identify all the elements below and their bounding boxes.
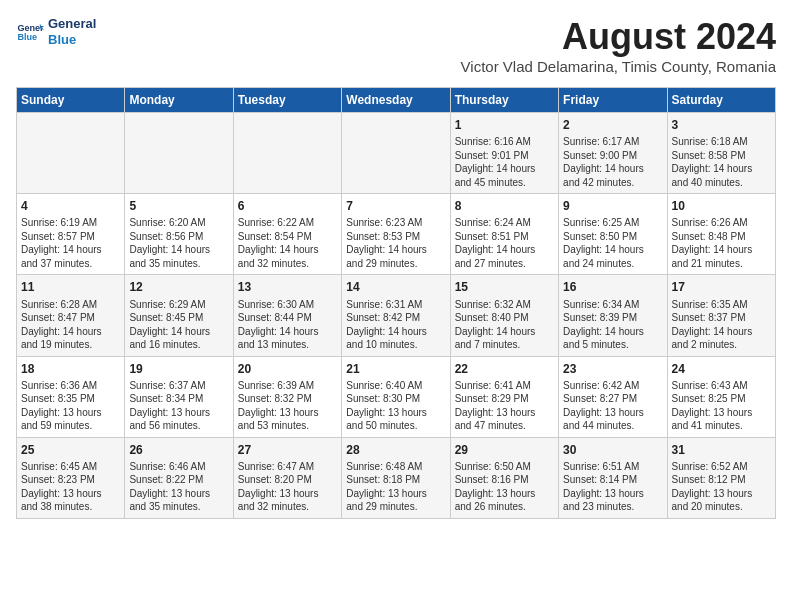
day-number: 14	[346, 279, 445, 295]
calendar-week-row: 18Sunrise: 6:36 AM Sunset: 8:35 PM Dayli…	[17, 356, 776, 437]
day-info: Sunrise: 6:40 AM Sunset: 8:30 PM Dayligh…	[346, 379, 445, 433]
weekday-header: Thursday	[450, 88, 558, 113]
day-number: 9	[563, 198, 662, 214]
day-number: 26	[129, 442, 228, 458]
day-info: Sunrise: 6:36 AM Sunset: 8:35 PM Dayligh…	[21, 379, 120, 433]
day-number: 1	[455, 117, 554, 133]
calendar-cell: 22Sunrise: 6:41 AM Sunset: 8:29 PM Dayli…	[450, 356, 558, 437]
day-number: 4	[21, 198, 120, 214]
day-number: 27	[238, 442, 337, 458]
day-number: 22	[455, 361, 554, 377]
day-number: 7	[346, 198, 445, 214]
day-number: 13	[238, 279, 337, 295]
day-number: 17	[672, 279, 771, 295]
logo-line2: Blue	[48, 32, 96, 48]
calendar-week-row: 1Sunrise: 6:16 AM Sunset: 9:01 PM Daylig…	[17, 113, 776, 194]
logo: General Blue General Blue	[16, 16, 96, 47]
day-number: 3	[672, 117, 771, 133]
calendar-cell: 6Sunrise: 6:22 AM Sunset: 8:54 PM Daylig…	[233, 194, 341, 275]
day-number: 23	[563, 361, 662, 377]
calendar-cell: 29Sunrise: 6:50 AM Sunset: 8:16 PM Dayli…	[450, 437, 558, 518]
day-number: 21	[346, 361, 445, 377]
day-number: 18	[21, 361, 120, 377]
day-info: Sunrise: 6:52 AM Sunset: 8:12 PM Dayligh…	[672, 460, 771, 514]
calendar-week-row: 4Sunrise: 6:19 AM Sunset: 8:57 PM Daylig…	[17, 194, 776, 275]
day-info: Sunrise: 6:16 AM Sunset: 9:01 PM Dayligh…	[455, 135, 554, 189]
calendar-cell: 3Sunrise: 6:18 AM Sunset: 8:58 PM Daylig…	[667, 113, 775, 194]
calendar-week-row: 11Sunrise: 6:28 AM Sunset: 8:47 PM Dayli…	[17, 275, 776, 356]
calendar-cell: 28Sunrise: 6:48 AM Sunset: 8:18 PM Dayli…	[342, 437, 450, 518]
calendar-cell: 18Sunrise: 6:36 AM Sunset: 8:35 PM Dayli…	[17, 356, 125, 437]
calendar-cell: 12Sunrise: 6:29 AM Sunset: 8:45 PM Dayli…	[125, 275, 233, 356]
calendar-cell: 27Sunrise: 6:47 AM Sunset: 8:20 PM Dayli…	[233, 437, 341, 518]
calendar-cell: 26Sunrise: 6:46 AM Sunset: 8:22 PM Dayli…	[125, 437, 233, 518]
day-info: Sunrise: 6:18 AM Sunset: 8:58 PM Dayligh…	[672, 135, 771, 189]
day-info: Sunrise: 6:28 AM Sunset: 8:47 PM Dayligh…	[21, 298, 120, 352]
day-number: 8	[455, 198, 554, 214]
day-number: 25	[21, 442, 120, 458]
page-title: August 2024	[461, 16, 776, 58]
calendar-cell: 21Sunrise: 6:40 AM Sunset: 8:30 PM Dayli…	[342, 356, 450, 437]
day-number: 31	[672, 442, 771, 458]
day-info: Sunrise: 6:20 AM Sunset: 8:56 PM Dayligh…	[129, 216, 228, 270]
day-info: Sunrise: 6:29 AM Sunset: 8:45 PM Dayligh…	[129, 298, 228, 352]
day-info: Sunrise: 6:48 AM Sunset: 8:18 PM Dayligh…	[346, 460, 445, 514]
day-number: 16	[563, 279, 662, 295]
weekday-header: Saturday	[667, 88, 775, 113]
calendar-cell: 13Sunrise: 6:30 AM Sunset: 8:44 PM Dayli…	[233, 275, 341, 356]
calendar-cell: 19Sunrise: 6:37 AM Sunset: 8:34 PM Dayli…	[125, 356, 233, 437]
day-number: 15	[455, 279, 554, 295]
calendar-cell: 20Sunrise: 6:39 AM Sunset: 8:32 PM Dayli…	[233, 356, 341, 437]
calendar-cell	[342, 113, 450, 194]
calendar-cell: 4Sunrise: 6:19 AM Sunset: 8:57 PM Daylig…	[17, 194, 125, 275]
day-info: Sunrise: 6:47 AM Sunset: 8:20 PM Dayligh…	[238, 460, 337, 514]
calendar-table: SundayMondayTuesdayWednesdayThursdayFrid…	[16, 87, 776, 519]
calendar-cell: 17Sunrise: 6:35 AM Sunset: 8:37 PM Dayli…	[667, 275, 775, 356]
calendar-week-row: 25Sunrise: 6:45 AM Sunset: 8:23 PM Dayli…	[17, 437, 776, 518]
calendar-cell: 31Sunrise: 6:52 AM Sunset: 8:12 PM Dayli…	[667, 437, 775, 518]
day-number: 12	[129, 279, 228, 295]
day-info: Sunrise: 6:39 AM Sunset: 8:32 PM Dayligh…	[238, 379, 337, 433]
calendar-cell: 8Sunrise: 6:24 AM Sunset: 8:51 PM Daylig…	[450, 194, 558, 275]
day-info: Sunrise: 6:35 AM Sunset: 8:37 PM Dayligh…	[672, 298, 771, 352]
day-number: 10	[672, 198, 771, 214]
day-number: 6	[238, 198, 337, 214]
weekday-header: Friday	[559, 88, 667, 113]
day-number: 2	[563, 117, 662, 133]
calendar-cell: 16Sunrise: 6:34 AM Sunset: 8:39 PM Dayli…	[559, 275, 667, 356]
day-number: 5	[129, 198, 228, 214]
calendar-cell: 23Sunrise: 6:42 AM Sunset: 8:27 PM Dayli…	[559, 356, 667, 437]
day-number: 29	[455, 442, 554, 458]
day-info: Sunrise: 6:30 AM Sunset: 8:44 PM Dayligh…	[238, 298, 337, 352]
weekday-header: Wednesday	[342, 88, 450, 113]
day-number: 11	[21, 279, 120, 295]
day-info: Sunrise: 6:25 AM Sunset: 8:50 PM Dayligh…	[563, 216, 662, 270]
day-info: Sunrise: 6:50 AM Sunset: 8:16 PM Dayligh…	[455, 460, 554, 514]
day-number: 24	[672, 361, 771, 377]
day-number: 20	[238, 361, 337, 377]
calendar-cell	[17, 113, 125, 194]
day-number: 30	[563, 442, 662, 458]
day-info: Sunrise: 6:43 AM Sunset: 8:25 PM Dayligh…	[672, 379, 771, 433]
day-info: Sunrise: 6:46 AM Sunset: 8:22 PM Dayligh…	[129, 460, 228, 514]
day-info: Sunrise: 6:51 AM Sunset: 8:14 PM Dayligh…	[563, 460, 662, 514]
calendar-cell: 15Sunrise: 6:32 AM Sunset: 8:40 PM Dayli…	[450, 275, 558, 356]
calendar-cell	[233, 113, 341, 194]
page-subtitle: Victor Vlad Delamarina, Timis County, Ro…	[461, 58, 776, 75]
calendar-cell: 14Sunrise: 6:31 AM Sunset: 8:42 PM Dayli…	[342, 275, 450, 356]
calendar-cell: 24Sunrise: 6:43 AM Sunset: 8:25 PM Dayli…	[667, 356, 775, 437]
day-info: Sunrise: 6:45 AM Sunset: 8:23 PM Dayligh…	[21, 460, 120, 514]
day-info: Sunrise: 6:34 AM Sunset: 8:39 PM Dayligh…	[563, 298, 662, 352]
calendar-cell: 11Sunrise: 6:28 AM Sunset: 8:47 PM Dayli…	[17, 275, 125, 356]
calendar-cell: 10Sunrise: 6:26 AM Sunset: 8:48 PM Dayli…	[667, 194, 775, 275]
day-info: Sunrise: 6:42 AM Sunset: 8:27 PM Dayligh…	[563, 379, 662, 433]
calendar-cell: 9Sunrise: 6:25 AM Sunset: 8:50 PM Daylig…	[559, 194, 667, 275]
weekday-header: Monday	[125, 88, 233, 113]
svg-text:Blue: Blue	[17, 32, 37, 42]
day-number: 19	[129, 361, 228, 377]
calendar-cell	[125, 113, 233, 194]
day-info: Sunrise: 6:37 AM Sunset: 8:34 PM Dayligh…	[129, 379, 228, 433]
day-info: Sunrise: 6:19 AM Sunset: 8:57 PM Dayligh…	[21, 216, 120, 270]
calendar-cell: 2Sunrise: 6:17 AM Sunset: 9:00 PM Daylig…	[559, 113, 667, 194]
weekday-header: Sunday	[17, 88, 125, 113]
